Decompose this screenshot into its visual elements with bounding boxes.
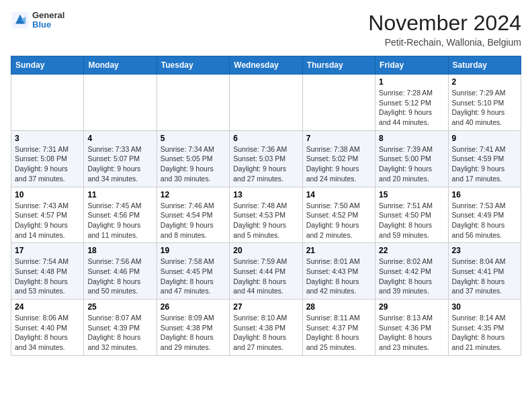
logo: General Blue — [11, 11, 64, 30]
day-number: 9 — [452, 134, 517, 143]
day-info: Sunrise: 8:13 AMSunset: 4:36 PMDaylight:… — [379, 313, 444, 353]
calendar-cell: 3Sunrise: 7:31 AMSunset: 5:08 PMDaylight… — [11, 130, 84, 187]
calendar-cell: 10Sunrise: 7:43 AMSunset: 4:57 PMDayligh… — [11, 187, 84, 243]
title-area: November 2024 Petit-Rechain, Wallonia, B… — [368, 11, 521, 48]
calendar-cell: 19Sunrise: 7:58 AMSunset: 4:45 PMDayligh… — [157, 243, 229, 300]
day-info: Sunrise: 7:48 AMSunset: 4:53 PMDaylight:… — [233, 201, 298, 240]
calendar-cell — [84, 75, 157, 131]
calendar-cell: 20Sunrise: 7:59 AMSunset: 4:44 PMDayligh… — [230, 243, 302, 300]
day-number: 26 — [161, 302, 226, 312]
calendar-cell: 15Sunrise: 7:51 AMSunset: 4:50 PMDayligh… — [375, 187, 448, 243]
header: General Blue November 2024 Petit-Rechain… — [11, 11, 521, 48]
calendar-table: SundayMondayTuesdayWednesdayThursdayFrid… — [11, 56, 521, 356]
week-row-3: 17Sunrise: 7:54 AMSunset: 4:48 PMDayligh… — [11, 243, 521, 300]
calendar-cell: 29Sunrise: 8:13 AMSunset: 4:36 PMDayligh… — [375, 300, 448, 356]
week-row-0: 1Sunrise: 7:28 AMSunset: 5:12 PMDaylight… — [11, 75, 521, 131]
day-number: 20 — [233, 246, 298, 255]
calendar-cell: 1Sunrise: 7:28 AMSunset: 5:12 PMDaylight… — [375, 75, 448, 131]
day-info: Sunrise: 7:50 AMSunset: 4:52 PMDaylight:… — [306, 201, 371, 240]
logo-icon — [11, 11, 30, 30]
calendar-cell: 7Sunrise: 7:38 AMSunset: 5:02 PMDaylight… — [302, 130, 375, 187]
day-number: 11 — [87, 190, 152, 199]
day-info: Sunrise: 8:01 AMSunset: 4:43 PMDaylight:… — [306, 257, 371, 296]
calendar-cell: 14Sunrise: 7:50 AMSunset: 4:52 PMDayligh… — [302, 187, 375, 243]
logo-text: General Blue — [32, 11, 64, 30]
day-info: Sunrise: 7:36 AMSunset: 5:03 PMDaylight:… — [233, 144, 298, 184]
day-info: Sunrise: 8:10 AMSunset: 4:38 PMDaylight:… — [233, 313, 298, 353]
day-number: 28 — [306, 302, 371, 312]
calendar-cell — [230, 75, 302, 131]
day-info: Sunrise: 7:51 AMSunset: 4:50 PMDaylight:… — [379, 201, 444, 240]
calendar-cell: 21Sunrise: 8:01 AMSunset: 4:43 PMDayligh… — [302, 243, 375, 300]
calendar-cell: 25Sunrise: 8:07 AMSunset: 4:39 PMDayligh… — [84, 300, 157, 356]
weekday-header-saturday: Saturday — [448, 56, 521, 75]
calendar-cell — [302, 75, 375, 131]
day-info: Sunrise: 7:28 AMSunset: 5:12 PMDaylight:… — [379, 88, 444, 128]
day-number: 22 — [379, 246, 444, 255]
day-number: 6 — [233, 134, 298, 143]
day-number: 19 — [161, 246, 226, 255]
day-info: Sunrise: 7:54 AMSunset: 4:48 PMDaylight:… — [15, 257, 80, 296]
calendar-cell: 5Sunrise: 7:34 AMSunset: 5:05 PMDaylight… — [157, 130, 229, 187]
day-info: Sunrise: 8:07 AMSunset: 4:39 PMDaylight:… — [87, 313, 152, 353]
calendar-cell — [157, 75, 229, 131]
weekday-header-tuesday: Tuesday — [157, 56, 229, 75]
calendar-cell: 22Sunrise: 8:02 AMSunset: 4:42 PMDayligh… — [375, 243, 448, 300]
day-number: 23 — [452, 246, 517, 255]
day-info: Sunrise: 8:09 AMSunset: 4:38 PMDaylight:… — [161, 313, 226, 353]
calendar-cell: 26Sunrise: 8:09 AMSunset: 4:38 PMDayligh… — [157, 300, 229, 356]
weekday-header-wednesday: Wednesday — [230, 56, 302, 75]
calendar-cell: 8Sunrise: 7:39 AMSunset: 5:00 PMDaylight… — [375, 130, 448, 187]
day-info: Sunrise: 7:41 AMSunset: 4:59 PMDaylight:… — [452, 144, 517, 184]
month-title: November 2024 — [368, 11, 521, 36]
day-number: 7 — [306, 134, 371, 143]
week-row-1: 3Sunrise: 7:31 AMSunset: 5:08 PMDaylight… — [11, 130, 521, 187]
day-info: Sunrise: 7:43 AMSunset: 4:57 PMDaylight:… — [15, 201, 80, 240]
calendar-cell: 2Sunrise: 7:29 AMSunset: 5:10 PMDaylight… — [448, 75, 521, 131]
day-number: 3 — [15, 134, 80, 143]
day-number: 10 — [15, 190, 80, 199]
weekday-header-sunday: Sunday — [11, 56, 84, 75]
day-number: 30 — [452, 302, 517, 312]
day-number: 2 — [452, 77, 517, 87]
calendar-cell: 28Sunrise: 8:11 AMSunset: 4:37 PMDayligh… — [302, 300, 375, 356]
day-number: 14 — [306, 190, 371, 199]
day-number: 16 — [452, 190, 517, 199]
calendar-cell: 16Sunrise: 7:53 AMSunset: 4:49 PMDayligh… — [448, 187, 521, 243]
day-number: 24 — [15, 302, 80, 312]
day-number: 12 — [161, 190, 226, 199]
day-info: Sunrise: 7:34 AMSunset: 5:05 PMDaylight:… — [161, 144, 226, 184]
calendar-cell: 23Sunrise: 8:04 AMSunset: 4:41 PMDayligh… — [448, 243, 521, 300]
day-info: Sunrise: 8:11 AMSunset: 4:37 PMDaylight:… — [306, 313, 371, 353]
day-number: 13 — [233, 190, 298, 199]
weekday-header-monday: Monday — [84, 56, 157, 75]
day-info: Sunrise: 7:56 AMSunset: 4:46 PMDaylight:… — [87, 257, 152, 296]
day-number: 29 — [379, 302, 444, 312]
calendar-cell: 27Sunrise: 8:10 AMSunset: 4:38 PMDayligh… — [230, 300, 302, 356]
day-number: 8 — [379, 134, 444, 143]
day-info: Sunrise: 8:04 AMSunset: 4:41 PMDaylight:… — [452, 257, 517, 296]
day-info: Sunrise: 7:58 AMSunset: 4:45 PMDaylight:… — [161, 257, 226, 296]
day-number: 27 — [233, 302, 298, 312]
day-number: 21 — [306, 246, 371, 255]
week-row-4: 24Sunrise: 8:06 AMSunset: 4:40 PMDayligh… — [11, 300, 521, 356]
day-number: 18 — [87, 246, 152, 255]
calendar-cell: 30Sunrise: 8:14 AMSunset: 4:35 PMDayligh… — [448, 300, 521, 356]
day-number: 17 — [15, 246, 80, 255]
day-info: Sunrise: 7:33 AMSunset: 5:07 PMDaylight:… — [87, 144, 152, 184]
day-number: 5 — [161, 134, 226, 143]
day-number: 25 — [87, 302, 152, 312]
day-info: Sunrise: 7:59 AMSunset: 4:44 PMDaylight:… — [233, 257, 298, 296]
day-info: Sunrise: 7:45 AMSunset: 4:56 PMDaylight:… — [87, 201, 152, 240]
weekday-header-friday: Friday — [375, 56, 448, 75]
calendar-cell — [11, 75, 84, 131]
week-row-2: 10Sunrise: 7:43 AMSunset: 4:57 PMDayligh… — [11, 187, 521, 243]
day-info: Sunrise: 7:38 AMSunset: 5:02 PMDaylight:… — [306, 144, 371, 184]
day-info: Sunrise: 8:14 AMSunset: 4:35 PMDaylight:… — [452, 313, 517, 353]
day-info: Sunrise: 7:39 AMSunset: 5:00 PMDaylight:… — [379, 144, 444, 184]
day-info: Sunrise: 7:53 AMSunset: 4:49 PMDaylight:… — [452, 201, 517, 240]
calendar-cell: 4Sunrise: 7:33 AMSunset: 5:07 PMDaylight… — [84, 130, 157, 187]
calendar-cell: 17Sunrise: 7:54 AMSunset: 4:48 PMDayligh… — [11, 243, 84, 300]
day-info: Sunrise: 8:02 AMSunset: 4:42 PMDaylight:… — [379, 257, 444, 296]
day-info: Sunrise: 7:29 AMSunset: 5:10 PMDaylight:… — [452, 88, 517, 128]
